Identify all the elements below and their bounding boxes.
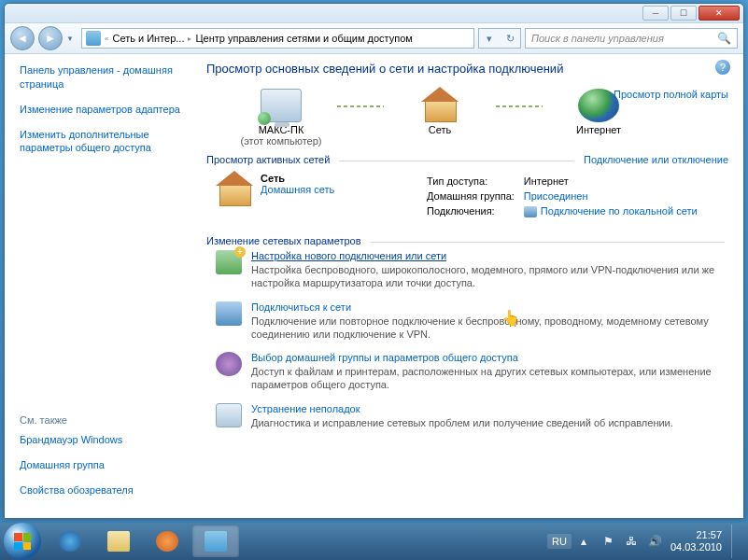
titlebar: ─ ☐ ✕ bbox=[5, 4, 743, 23]
user-badge-icon bbox=[258, 112, 271, 125]
control-panel-icon bbox=[205, 531, 227, 552]
clock[interactable]: 21:57 04.03.2010 bbox=[670, 529, 722, 553]
computer-icon bbox=[261, 89, 302, 122]
view-full-map-link[interactable]: Просмотр полной карты bbox=[614, 89, 728, 100]
sidebar-link-adapter[interactable]: Изменение параметров адаптера bbox=[20, 103, 193, 117]
start-button[interactable] bbox=[4, 523, 41, 560]
house-icon bbox=[421, 89, 459, 122]
breadcrumb-part[interactable]: Центр управления сетями и общим доступом bbox=[195, 33, 412, 44]
language-indicator[interactable]: RU bbox=[547, 534, 572, 549]
forward-button[interactable]: ► bbox=[38, 26, 63, 50]
control-panel-window: ─ ☐ ✕ ◄ ► ▼ « Сеть и Интер... ▸ Центр уп… bbox=[4, 3, 744, 519]
sidebar-link-sharing[interactable]: Изменить дополнительные параметры общего… bbox=[20, 128, 193, 156]
sidebar-link-firewall[interactable]: Брандмауэр Windows bbox=[20, 433, 193, 447]
homegroup-link[interactable]: Присоединен bbox=[524, 190, 588, 202]
lan-icon bbox=[524, 206, 537, 217]
breadcrumb-part[interactable]: Сеть и Интер... bbox=[112, 33, 184, 44]
chevron-right-icon: ▸ bbox=[188, 35, 191, 43]
homegroup-icon bbox=[216, 352, 242, 376]
taskbar-explorer[interactable] bbox=[95, 525, 142, 557]
network-type-link[interactable]: Домашняя сеть bbox=[261, 184, 334, 195]
setting-link-new-connection[interactable]: Настройка нового подключения или сети bbox=[251, 250, 446, 261]
address-bar[interactable]: « Сеть и Интер... ▸ Центр управления сет… bbox=[81, 28, 474, 49]
setting-link-homegroup[interactable]: Выбор домашней группы и параметров общег… bbox=[251, 352, 518, 363]
close-button[interactable]: ✕ bbox=[699, 6, 740, 21]
sidebar-link-home[interactable]: Панель управления - домашняя страница bbox=[20, 63, 193, 91]
network-icon bbox=[86, 31, 101, 46]
map-connector bbox=[337, 105, 384, 107]
setting-connect: Подключиться к сети Подключение или повт… bbox=[206, 301, 728, 342]
settings-list: Настройка нового подключения или сети На… bbox=[206, 250, 728, 429]
section-header-settings: Изменение сетевых параметров bbox=[206, 235, 728, 246]
main-panel: ? Просмотр основных сведений о сети и на… bbox=[193, 54, 743, 518]
new-connection-icon bbox=[216, 250, 242, 274]
search-placeholder: Поиск в панели управления bbox=[531, 33, 664, 44]
active-network-block: Сеть Домашняя сеть Тип доступа: Интернет… bbox=[206, 169, 728, 230]
house-icon bbox=[216, 173, 253, 206]
network-details-table: Тип доступа: Интернет Домашняя группа: П… bbox=[425, 173, 707, 222]
refresh-button[interactable]: ↻ bbox=[500, 29, 520, 48]
sidebar-link-browser[interactable]: Свойства обозревателя bbox=[20, 483, 193, 497]
maximize-button[interactable]: ☐ bbox=[670, 6, 697, 21]
tray-network-icon[interactable]: 🖧 bbox=[626, 535, 639, 548]
table-row: Подключения: Подключение по локальной се… bbox=[427, 204, 705, 220]
nav-history-dropdown[interactable]: ▼ bbox=[66, 35, 78, 43]
ie-icon bbox=[59, 531, 81, 552]
see-also-label: См. также bbox=[20, 414, 193, 426]
back-button[interactable]: ◄ bbox=[10, 26, 35, 50]
section-header-active-networks: Просмотр активных сетей Подключение или … bbox=[206, 154, 728, 165]
troubleshoot-icon bbox=[216, 403, 242, 427]
table-row: Домашняя группа: Присоединен bbox=[427, 189, 705, 203]
setting-link-connect[interactable]: Подключиться к сети bbox=[251, 301, 351, 313]
content-area: Панель управления - домашняя страница Из… bbox=[5, 54, 743, 518]
setting-troubleshoot: Устранение неполадок Диагностика и испра… bbox=[206, 403, 728, 429]
map-node-computer[interactable]: МАКС-ПК (этот компьютер) bbox=[225, 89, 337, 147]
folder-icon bbox=[107, 531, 130, 552]
map-connector bbox=[496, 105, 543, 107]
minimize-button[interactable]: ─ bbox=[642, 6, 669, 21]
address-dropdown-button[interactable]: ▾ bbox=[479, 29, 500, 48]
sidebar-link-homegroup[interactable]: Домашняя группа bbox=[20, 458, 193, 472]
tray-show-hidden-icon[interactable]: ▴ bbox=[581, 535, 594, 548]
taskbar: RU ▴ ⚑ 🖧 🔊 21:57 04.03.2010 bbox=[0, 523, 748, 560]
search-input[interactable]: Поиск в панели управления 🔍 bbox=[525, 28, 738, 49]
network-map: МАКС-ПК (этот компьютер) Сеть Интернет П… bbox=[206, 89, 728, 147]
setting-new-connection: Настройка нового подключения или сети На… bbox=[206, 250, 728, 290]
taskbar-control-panel[interactable] bbox=[192, 525, 239, 557]
taskbar-mediaplayer[interactable] bbox=[144, 525, 191, 557]
address-actions: ▾ ↻ bbox=[478, 28, 521, 49]
toolbar: ◄ ► ▼ « Сеть и Интер... ▸ Центр управлен… bbox=[5, 23, 743, 54]
tray-volume-icon[interactable]: 🔊 bbox=[648, 535, 661, 548]
show-desktop-button[interactable] bbox=[731, 525, 741, 558]
connect-disconnect-link[interactable]: Подключение или отключение bbox=[584, 154, 728, 165]
setting-homegroup: Выбор домашней группы и параметров общег… bbox=[206, 352, 728, 392]
search-icon: 🔍 bbox=[717, 32, 731, 45]
connection-link[interactable]: Подключение по локальной сети bbox=[524, 205, 698, 217]
breadcrumb-sep-icon: « bbox=[105, 35, 108, 43]
help-icon[interactable]: ? bbox=[715, 60, 730, 75]
map-node-network[interactable]: Сеть bbox=[384, 89, 496, 135]
windows-logo-icon bbox=[14, 533, 31, 550]
sidebar: Панель управления - домашняя страница Из… bbox=[5, 54, 193, 518]
taskbar-ie[interactable] bbox=[47, 525, 93, 557]
page-title: Просмотр основных сведений о сети и наст… bbox=[206, 62, 728, 76]
table-row: Тип доступа: Интернет bbox=[427, 175, 705, 188]
system-tray: RU ▴ ⚑ 🖧 🔊 21:57 04.03.2010 bbox=[547, 525, 744, 558]
connect-icon bbox=[216, 301, 242, 326]
tray-flag-icon[interactable]: ⚑ bbox=[603, 535, 616, 548]
media-player-icon bbox=[156, 531, 178, 552]
network-name: Сеть bbox=[261, 173, 285, 184]
setting-link-troubleshoot[interactable]: Устранение неполадок bbox=[251, 403, 360, 414]
